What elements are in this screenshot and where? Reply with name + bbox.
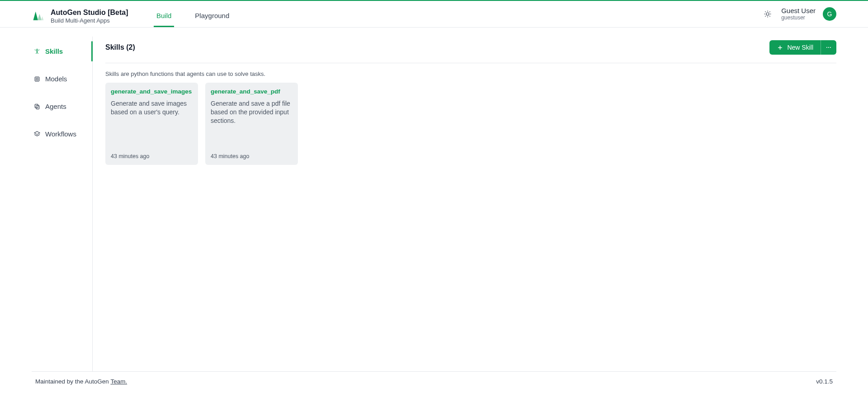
svg-rect-12	[35, 104, 38, 108]
models-icon	[33, 75, 41, 83]
svg-point-16	[826, 47, 827, 48]
footer-prefix: Maintained by the AutoGen	[35, 378, 110, 385]
sidebar-item-workflows[interactable]: Workflows	[32, 126, 92, 142]
avatar[interactable]: G	[823, 7, 836, 21]
button-label: New Skill	[787, 44, 813, 51]
header-right: Guest User guestuser G	[761, 7, 836, 25]
svg-rect-13	[36, 105, 39, 109]
tab-label: Build	[156, 12, 171, 19]
sidebar: Skills Models Agents	[32, 37, 93, 371]
user-block[interactable]: Guest User guestuser	[781, 7, 816, 21]
new-skill-button[interactable]: New Skill	[769, 40, 821, 55]
skill-card-time: 43 minutes ago	[111, 149, 193, 159]
page-description: Skills are python functions that agents …	[105, 63, 836, 83]
skill-card-title: generate_and_save_pdf	[211, 88, 292, 95]
tab-label: Playground	[195, 12, 229, 19]
more-actions-button[interactable]	[821, 40, 836, 55]
footer-text: Maintained by the AutoGen Team.	[35, 378, 127, 385]
sidebar-item-label: Models	[45, 75, 67, 83]
header-actions: New Skill	[769, 40, 836, 55]
sun-icon	[764, 10, 772, 18]
ellipsis-icon	[825, 44, 832, 51]
svg-point-18	[830, 47, 831, 48]
header: AutoGen Studio [Beta] Build Multi-Agent …	[0, 1, 868, 28]
content-header: Skills (2) New Skill	[105, 37, 836, 63]
svg-point-0	[766, 13, 769, 15]
main: Skills Models Agents	[0, 28, 868, 371]
page-title: Skills (2)	[105, 43, 135, 51]
svg-point-17	[828, 47, 829, 48]
sidebar-item-skills[interactable]: Skills	[32, 43, 92, 60]
version-label: v0.1.5	[816, 378, 833, 385]
skill-card[interactable]: generate_and_save_images Generate and sa…	[105, 83, 198, 165]
skill-card[interactable]: generate_and_save_pdf Generate and save …	[205, 83, 298, 165]
app-subtitle: Build Multi-Agent Apps	[51, 17, 128, 24]
sidebar-item-label: Skills	[45, 47, 63, 55]
brand[interactable]: AutoGen Studio [Beta] Build Multi-Agent …	[32, 9, 136, 24]
svg-point-9	[36, 49, 38, 51]
tab-build[interactable]: Build	[154, 5, 174, 27]
skill-icon	[33, 48, 41, 55]
skill-card-time: 43 minutes ago	[211, 149, 292, 159]
content: Skills (2) New Skill	[93, 37, 836, 371]
user-handle: guestuser	[781, 15, 816, 21]
sidebar-item-label: Workflows	[45, 130, 76, 138]
brand-text: AutoGen Studio [Beta] Build Multi-Agent …	[51, 9, 128, 24]
sidebar-item-agents[interactable]: Agents	[32, 98, 92, 115]
theme-toggle[interactable]	[761, 8, 774, 20]
workflows-icon	[33, 131, 41, 138]
svg-line-6	[769, 16, 770, 17]
svg-line-8	[769, 11, 770, 12]
tab-playground[interactable]: Playground	[192, 5, 232, 27]
footer: Maintained by the AutoGen Team. v0.1.5	[32, 371, 836, 393]
skill-card-desc: Generate and save a pdf file based on th…	[211, 99, 292, 125]
user-name: Guest User	[781, 7, 816, 14]
app-title: AutoGen Studio [Beta]	[51, 9, 128, 17]
agents-icon	[33, 103, 41, 110]
svg-rect-11	[36, 78, 38, 80]
skill-card-desc: Generate and save images based on a user…	[111, 99, 193, 117]
top-tabs: Build Playground	[154, 5, 232, 27]
svg-rect-10	[35, 77, 39, 81]
team-link[interactable]: Team.	[110, 378, 127, 385]
svg-line-5	[765, 11, 766, 12]
svg-line-7	[765, 16, 766, 17]
logo-icon	[32, 10, 44, 23]
skill-cards: generate_and_save_images Generate and sa…	[105, 83, 836, 165]
avatar-initial: G	[827, 10, 832, 18]
sidebar-item-models[interactable]: Models	[32, 70, 92, 87]
plus-icon	[777, 44, 783, 51]
skill-card-title: generate_and_save_images	[111, 88, 193, 95]
sidebar-item-label: Agents	[45, 103, 66, 110]
